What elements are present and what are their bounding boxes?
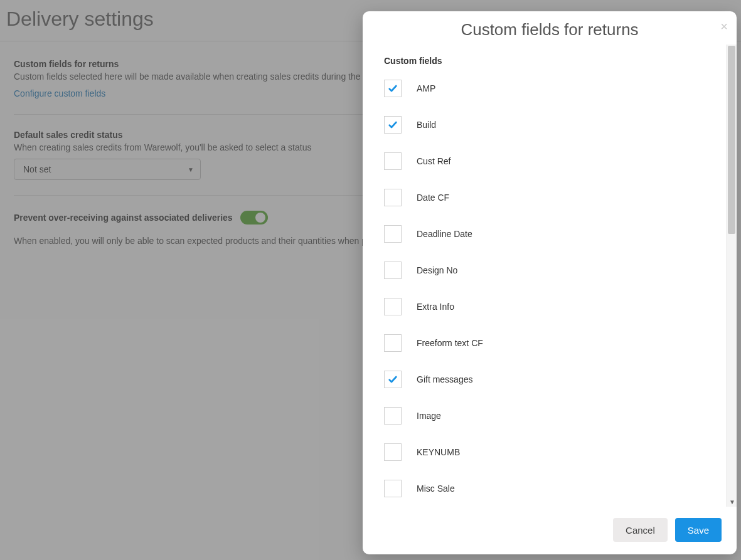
custom-field-label: KEYNUMB <box>417 447 460 457</box>
custom-field-label: Cust Ref <box>417 156 450 166</box>
custom-field-checkbox[interactable] <box>384 262 402 279</box>
custom-field-label: Extra Info <box>417 302 454 312</box>
cancel-button[interactable]: Cancel <box>613 518 668 542</box>
custom-field-item: Build <box>384 116 714 134</box>
modal-body[interactable]: Custom fields AMPBuildCust RefDate CFDea… <box>363 45 727 507</box>
custom-field-item: Misc Sale <box>384 480 714 497</box>
custom-field-checkbox[interactable] <box>384 225 402 243</box>
scrollbar-thumb[interactable] <box>728 46 735 234</box>
custom-field-label: Build <box>417 120 436 130</box>
custom-fields-heading: Custom fields <box>384 56 714 66</box>
custom-field-checkbox[interactable] <box>384 189 402 206</box>
modal-body-wrap: Custom fields AMPBuildCust RefDate CFDea… <box>363 45 737 507</box>
custom-field-label: AMP <box>417 83 435 93</box>
custom-field-item: Image <box>384 407 714 425</box>
custom-field-checkbox[interactable] <box>384 116 402 134</box>
custom-field-item: Freeform text CF <box>384 334 714 352</box>
custom-field-item: Deadline Date <box>384 225 714 243</box>
custom-field-checkbox[interactable] <box>384 80 402 97</box>
modal-footer: Cancel Save <box>363 507 737 554</box>
custom-fields-modal: Custom fields for returns × Custom field… <box>363 11 737 554</box>
custom-field-checkbox[interactable] <box>384 298 402 315</box>
custom-field-checkbox[interactable] <box>384 443 402 461</box>
close-icon[interactable]: × <box>720 20 728 33</box>
modal-title: Custom fields for returns <box>461 20 638 39</box>
save-button[interactable]: Save <box>675 518 722 542</box>
custom-field-item: KEYNUMB <box>384 443 714 461</box>
custom-field-checkbox[interactable] <box>384 371 402 388</box>
custom-field-checkbox[interactable] <box>384 334 402 352</box>
custom-field-item: Cust Ref <box>384 152 714 170</box>
custom-field-label: Gift messages <box>417 374 472 384</box>
custom-field-checkbox[interactable] <box>384 480 402 497</box>
chevron-down-icon[interactable]: ▼ <box>729 499 735 505</box>
custom-field-item: Extra Info <box>384 298 714 315</box>
custom-field-label: Design No <box>417 265 457 275</box>
custom-field-item: Gift messages <box>384 371 714 388</box>
custom-field-item: Design No <box>384 262 714 279</box>
custom-field-item: AMP <box>384 80 714 97</box>
scrollbar[interactable]: ▼ <box>726 45 737 507</box>
modal-header: Custom fields for returns × <box>363 11 737 45</box>
custom-fields-list: AMPBuildCust RefDate CFDeadline DateDesi… <box>384 80 714 497</box>
custom-field-label: Deadline Date <box>417 229 472 239</box>
custom-field-label: Date CF <box>417 193 449 203</box>
custom-field-label: Freeform text CF <box>417 338 483 348</box>
custom-field-label: Misc Sale <box>417 483 455 494</box>
custom-field-label: Image <box>417 411 441 421</box>
custom-field-item: Date CF <box>384 189 714 206</box>
custom-field-checkbox[interactable] <box>384 407 402 425</box>
custom-field-checkbox[interactable] <box>384 152 402 170</box>
